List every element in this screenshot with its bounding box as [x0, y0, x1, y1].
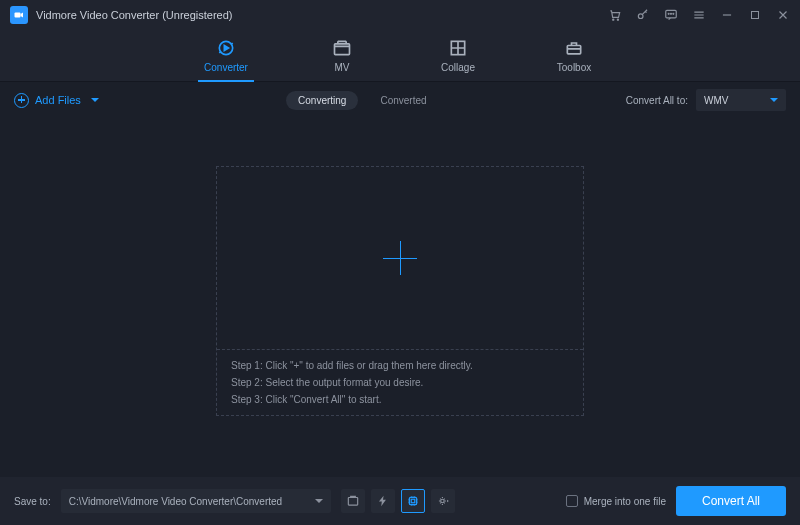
window-title: Vidmore Video Converter (Unregistered)	[36, 9, 232, 21]
save-to-label: Save to:	[14, 496, 51, 507]
convert-all-button[interactable]: Convert All	[676, 486, 786, 516]
titlebar-actions	[608, 8, 790, 22]
merge-label: Merge into one file	[584, 496, 666, 507]
svg-point-5	[668, 13, 669, 14]
svg-point-3	[638, 14, 643, 19]
subbar: Add Files Converting Converted Convert A…	[0, 82, 800, 118]
convert-all-to-label: Convert All to:	[626, 95, 688, 106]
chevron-down-icon	[91, 98, 99, 102]
tab-label: Collage	[441, 62, 475, 73]
add-files-button[interactable]: Add Files	[14, 93, 99, 108]
svg-point-6	[671, 13, 672, 14]
high-speed-button[interactable]	[371, 489, 395, 513]
add-files-dropzone[interactable]	[217, 167, 583, 350]
svg-rect-15	[411, 499, 415, 503]
add-icon	[14, 93, 29, 108]
save-path-text: C:\Vidmore\Vidmore Video Converter\Conve…	[69, 496, 282, 507]
svg-rect-14	[409, 498, 416, 505]
plus-icon	[383, 241, 417, 275]
save-path-select[interactable]: C:\Vidmore\Vidmore Video Converter\Conve…	[61, 489, 331, 513]
format-selected: WMV	[704, 95, 728, 106]
tab-collage[interactable]: Collage	[430, 30, 486, 81]
svg-point-1	[613, 19, 614, 20]
svg-rect-0	[15, 13, 21, 18]
chevron-down-icon	[770, 98, 778, 102]
tab-converter[interactable]: Converter	[198, 30, 254, 81]
status-segment: Converting Converted	[286, 91, 439, 110]
collage-icon	[448, 38, 468, 58]
tab-label: Converter	[204, 62, 248, 73]
checkbox-icon	[566, 495, 578, 507]
menu-icon[interactable]	[692, 8, 706, 22]
convert-all-to-wrapper: Convert All to: WMV	[626, 89, 786, 111]
instructions: Step 1: Click "+" to add files or drag t…	[217, 350, 583, 415]
cart-icon[interactable]	[608, 8, 622, 22]
open-folder-button[interactable]	[341, 489, 365, 513]
tab-label: Toolbox	[557, 62, 591, 73]
minimize-icon[interactable]	[720, 8, 734, 22]
svg-rect-13	[348, 498, 357, 506]
titlebar: Vidmore Video Converter (Unregistered)	[0, 0, 800, 30]
content-area: Step 1: Click "+" to add files or drag t…	[0, 118, 800, 525]
gpu-accel-button[interactable]	[401, 489, 425, 513]
feedback-icon[interactable]	[664, 8, 678, 22]
merge-checkbox[interactable]: Merge into one file	[566, 495, 666, 507]
svg-point-16	[440, 499, 444, 503]
add-files-label: Add Files	[35, 94, 81, 106]
toolbox-icon	[564, 38, 584, 58]
chevron-down-icon	[315, 499, 323, 503]
instruction-step: Step 3: Click "Convert All" to start.	[231, 394, 569, 405]
footer: Save to: C:\Vidmore\Vidmore Video Conver…	[0, 477, 800, 525]
main-tabbar: Converter MV Collage Toolbox	[0, 30, 800, 82]
instruction-step: Step 1: Click "+" to add files or drag t…	[231, 360, 569, 371]
tab-toolbox[interactable]: Toolbox	[546, 30, 602, 81]
output-format-select[interactable]: WMV	[696, 89, 786, 111]
maximize-icon[interactable]	[748, 8, 762, 22]
svg-point-2	[617, 19, 618, 20]
tab-label: MV	[335, 62, 350, 73]
segment-converting[interactable]: Converting	[286, 91, 358, 110]
tab-mv[interactable]: MV	[314, 30, 370, 81]
converter-icon	[216, 38, 236, 58]
segment-converted[interactable]: Converted	[368, 91, 438, 110]
app-logo	[10, 6, 28, 24]
svg-rect-10	[335, 44, 350, 55]
instruction-step: Step 2: Select the output format you des…	[231, 377, 569, 388]
dropzone: Step 1: Click "+" to add files or drag t…	[216, 166, 584, 416]
svg-point-7	[673, 13, 674, 14]
footer-toolbar	[341, 489, 455, 513]
svg-rect-8	[752, 12, 759, 19]
key-icon[interactable]	[636, 8, 650, 22]
close-icon[interactable]	[776, 8, 790, 22]
mv-icon	[332, 38, 352, 58]
settings-button[interactable]	[431, 489, 455, 513]
